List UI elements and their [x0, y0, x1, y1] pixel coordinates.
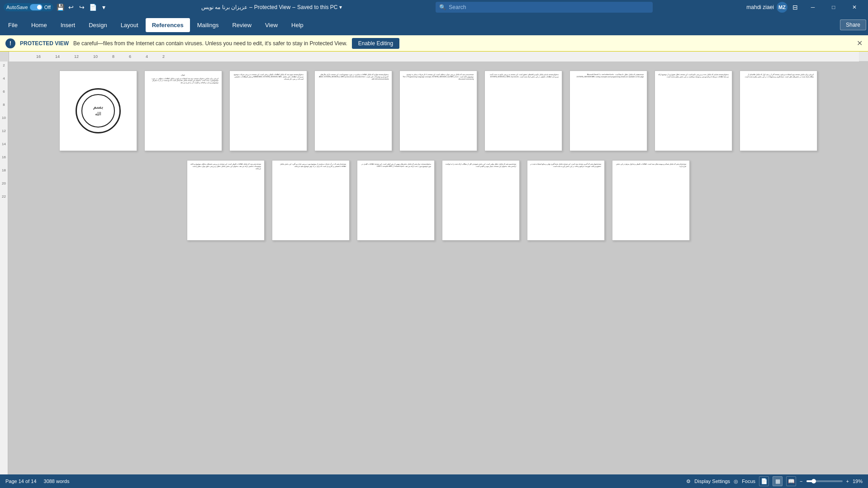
file-icon[interactable]: 📄	[89, 3, 97, 11]
page-9[interactable]: این متن برای نمایش صفحه نهم استفاده می‌ش…	[740, 71, 817, 151]
display-settings-label[interactable]: Display Settings	[694, 479, 730, 484]
read-view-button[interactable]: 📖	[786, 476, 796, 486]
autosave-toggle-knob	[37, 5, 42, 9]
zoom-plus[interactable]: +	[846, 479, 849, 484]
user-avatar: MZ	[777, 2, 787, 13]
title-bar-center: عزیزان برنا مه نویس – Protected View – S…	[201, 4, 342, 10]
save-icon[interactable]: 💾	[56, 3, 64, 11]
ruler-num-16: 16	[36, 54, 41, 59]
ruler-num-2: 2	[162, 54, 165, 59]
rv-8: 8	[3, 103, 5, 107]
page-10[interactable]: صفحه دهم سند که شامل اطلاعات تکمیلی است.…	[187, 160, 265, 241]
title-bar: AutoSave Off 💾 ↩ ↪ 📄 ▾ عزیزان برنا مه نو…	[0, 0, 868, 14]
rv-10: 10	[2, 116, 6, 120]
page-8[interactable]: محتوای صفحه هشتم که شامل بحث و بررسی نتا…	[655, 71, 732, 151]
page-6-content: محتوای صفحه ششم شامل نتایج و یافته‌های ت…	[485, 71, 562, 151]
autosave-label: AutoSave	[6, 5, 28, 10]
rv-2: 2	[3, 63, 5, 67]
save-dropdown[interactable]: ▾	[339, 4, 342, 10]
tab-review[interactable]: Review	[226, 18, 258, 32]
svg-text:بسم: بسم	[93, 104, 103, 110]
zoom-level[interactable]: 19%	[853, 479, 863, 484]
page-3[interactable]: محتوای صفحه سوم سند که شامل اطلاعات تکنی…	[229, 71, 307, 151]
tab-file[interactable]: File	[2, 18, 24, 32]
pages-row-1: بسم الله عنوان این متن برای نمایش محتوای…	[26, 71, 850, 151]
page-11-content: صفحه یازدهم که در آن جزئیات بیشتری از مو…	[272, 161, 349, 240]
search-box[interactable]: 🔍	[436, 2, 653, 13]
tab-view[interactable]: View	[259, 18, 284, 32]
page-11[interactable]: صفحه یازدهم که در آن جزئیات بیشتری از مو…	[272, 160, 350, 241]
zoom-slider-knob	[811, 479, 816, 483]
title-separator: –	[249, 4, 252, 10]
web-view-button[interactable]: ▦	[773, 476, 783, 486]
user-name: mahdi ziaei	[746, 4, 774, 10]
minimize-button[interactable]: ─	[803, 0, 823, 14]
document-area: 2 4 6 8 10 12 14 16 18 20 22 بسم الله	[0, 62, 868, 474]
page-14[interactable]: صفحه چهاردهم که آخرین صفحه سند است. این …	[527, 160, 605, 241]
tab-design[interactable]: Design	[82, 18, 113, 32]
tab-insert[interactable]: Insert	[54, 18, 82, 32]
page-6[interactable]: محتوای صفحه ششم شامل نتایج و یافته‌های ت…	[484, 71, 562, 151]
page-4-content: محتوای صفحه چهارم که شامل اطلاعات بیشتری…	[315, 71, 392, 151]
tab-mailings[interactable]: Mailings	[191, 18, 225, 32]
mode-label: Protected View	[254, 4, 291, 10]
title-separator2: –	[292, 4, 295, 10]
shield-icon: !	[5, 38, 15, 48]
svg-point-0	[82, 95, 114, 127]
zoom-minus[interactable]: −	[800, 479, 802, 484]
window-controls: ─ □ ✕	[803, 0, 864, 14]
tab-help[interactable]: Help	[285, 18, 310, 32]
page-15[interactable]: صفحه پانزدهم که شامل ضمائم و پیوست‌های س…	[612, 160, 690, 241]
title-bar-right: mahdi ziaei MZ ⊟ ─ □ ✕	[746, 0, 864, 14]
page-cover: بسم الله	[60, 71, 137, 151]
search-input[interactable]	[449, 4, 649, 10]
status-bar: Page 14 of 14 3088 words ⚙ Display Setti…	[0, 474, 868, 488]
rv-16: 16	[2, 155, 6, 159]
tab-references[interactable]: References	[146, 18, 190, 32]
ruler-num-14: 14	[55, 54, 60, 59]
redo-icon[interactable]: ↪	[78, 3, 86, 11]
autosave-toggle[interactable]: AutoSave Off	[4, 3, 53, 11]
page-3-content: محتوای صفحه سوم سند که شامل اطلاعات تکنی…	[230, 71, 307, 151]
page-8-content: محتوای صفحه هشتم که شامل بحث و بررسی نتا…	[655, 71, 732, 151]
display-settings-icon[interactable]: ⚙	[686, 479, 691, 484]
zoom-slider[interactable]	[806, 480, 843, 482]
protected-view-message: Be careful—files from the Internet can c…	[73, 40, 347, 47]
cover-circle: بسم الله	[76, 88, 121, 133]
page-1[interactable]: بسم الله	[59, 71, 137, 151]
focus-label[interactable]: Focus	[742, 479, 755, 484]
page-14-content: صفحه چهاردهم که آخرین صفحه سند است. این …	[527, 161, 604, 240]
rv-14: 14	[2, 142, 6, 146]
autosave-toggle-pill[interactable]	[30, 4, 43, 10]
page-13[interactable]: صفحه سیزدهم که شامل تحلیل نهایی است. این…	[442, 160, 520, 241]
page-7[interactable]: صفحه هفتم که شامل تحلیل داده‌ها است. Mic…	[569, 71, 647, 151]
pages-row-2: صفحه دهم سند که شامل اطلاعات تکمیلی است.…	[26, 160, 850, 241]
tab-layout[interactable]: Layout	[114, 18, 145, 32]
ribbon-display-icon[interactable]: ⊟	[791, 3, 799, 11]
page-2[interactable]: عنوان این متن برای نمایش محتوای صفحه دوم…	[144, 71, 222, 151]
share-button[interactable]: Share	[840, 19, 866, 30]
page-5[interactable]: صفحه پنجم سند که شامل بررسی موارد مختلف …	[399, 71, 477, 151]
page-12[interactable]: محتوای صفحه دوازدهم که شامل بخش‌های مهمی…	[357, 160, 435, 241]
doc-title: عزیزان برنا مه نویس	[201, 4, 247, 10]
rv-6: 6	[3, 90, 5, 94]
focus-icon[interactable]: ◎	[734, 479, 738, 484]
protected-bar-close-icon[interactable]: ✕	[857, 39, 863, 47]
ruler-num-4: 4	[146, 54, 148, 59]
ruler-corner	[0, 52, 9, 62]
page-4[interactable]: محتوای صفحه چهارم که شامل اطلاعات بیشتری…	[314, 71, 392, 151]
customize-icon[interactable]: ▾	[100, 3, 108, 11]
page-info: Page 14 of 14	[5, 479, 37, 484]
ruler-num-6: 6	[129, 54, 131, 59]
user-info[interactable]: mahdi ziaei MZ	[746, 2, 787, 13]
enable-editing-button[interactable]: Enable Editing	[352, 38, 399, 49]
print-view-button[interactable]: 📄	[759, 476, 769, 486]
status-bar-right: ⚙ Display Settings ◎ Focus 📄 ▦ 📖 − + 19%	[686, 476, 863, 486]
rv-18: 18	[2, 168, 6, 172]
maximize-button[interactable]: □	[824, 0, 844, 14]
save-state: Saved to this PC	[297, 4, 337, 10]
undo-icon[interactable]: ↩	[67, 3, 75, 11]
close-button[interactable]: ✕	[844, 0, 864, 14]
tab-home[interactable]: Home	[25, 18, 53, 32]
pages-container[interactable]: بسم الله عنوان این متن برای نمایش محتوای…	[8, 62, 868, 474]
